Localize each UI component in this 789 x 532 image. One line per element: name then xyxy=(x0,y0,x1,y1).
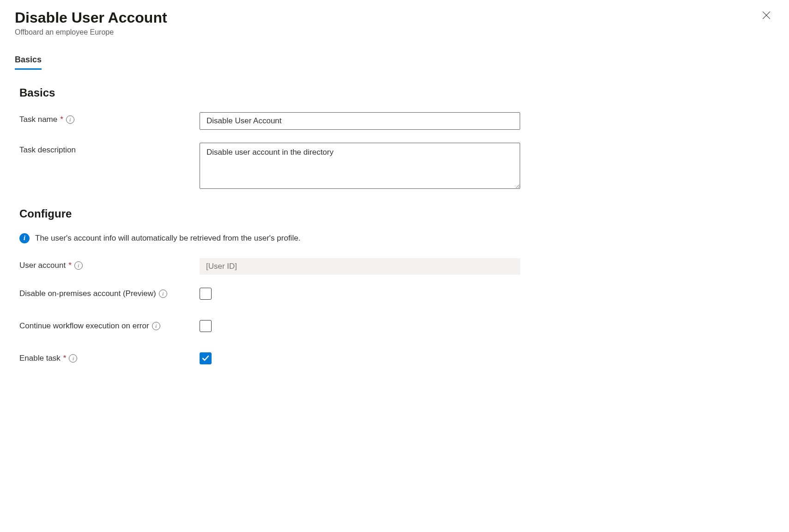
disable-onprem-checkbox[interactable] xyxy=(200,288,212,300)
continue-on-error-label: Continue workflow execution on error i xyxy=(19,321,200,331)
disable-onprem-label: Disable on-premises account (Preview) i xyxy=(19,289,200,298)
info-icon[interactable]: i xyxy=(152,322,160,330)
page-subtitle: Offboard an employee Europe xyxy=(15,28,167,36)
page-title: Disable User Account xyxy=(15,9,167,26)
info-banner: i The user's account info will automatic… xyxy=(15,233,774,243)
enable-task-label: Enable task * i xyxy=(19,354,200,363)
info-icon[interactable]: i xyxy=(74,261,83,270)
close-icon xyxy=(762,11,771,19)
enable-task-checkbox[interactable] xyxy=(200,352,212,364)
required-indicator: * xyxy=(60,115,63,124)
task-description-label: Task description xyxy=(19,143,200,155)
required-indicator: * xyxy=(68,261,72,270)
checkmark-icon xyxy=(202,355,209,362)
required-indicator: * xyxy=(63,354,67,363)
user-account-label: User account * i xyxy=(19,258,200,270)
user-account-input xyxy=(200,258,520,275)
task-name-input[interactable] xyxy=(200,112,520,130)
task-name-label: Task name * i xyxy=(19,112,200,124)
info-icon[interactable]: i xyxy=(66,115,74,124)
basics-section-title: Basics xyxy=(15,86,774,99)
close-button[interactable] xyxy=(759,7,774,24)
tabs-container: Basics xyxy=(15,51,774,70)
info-banner-text: The user's account info will automatical… xyxy=(35,234,300,243)
info-icon[interactable]: i xyxy=(69,354,77,363)
info-icon[interactable]: i xyxy=(159,290,167,298)
tab-basics[interactable]: Basics xyxy=(15,51,42,70)
task-description-input[interactable] xyxy=(200,143,520,189)
info-banner-icon: i xyxy=(19,233,30,243)
configure-section-title: Configure xyxy=(15,207,774,220)
continue-on-error-checkbox[interactable] xyxy=(200,320,212,332)
